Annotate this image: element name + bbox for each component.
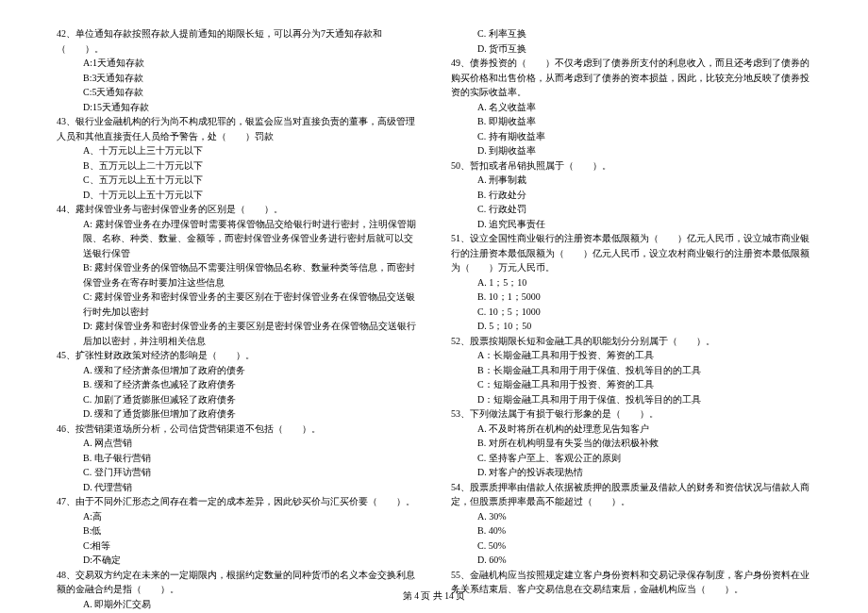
q45-opt-b: B. 缓和了经济萧条也减轻了政府债务: [57, 377, 417, 392]
q42-opt-a: A:1天通知存款: [57, 56, 417, 71]
q49-opt-d: D. 到期收益率: [451, 143, 811, 158]
left-column: 42、单位通知存款按照存款人提前通知的期限长短，可以再分为7天通知存款和（ ）。…: [57, 26, 417, 613]
q50-stem: 50、暂扣或者吊销执照属于（ ）。: [451, 158, 811, 174]
q46-stem: 46、按营销渠道场所分析，公司信贷营销渠道不包括（ ）。: [57, 422, 417, 437]
q53-stem: 53、下列做法属于有损于银行形象的是（ ）。: [451, 406, 811, 422]
q51-stem: 51、设立全国性商业银行的注册资本最低限额为（ ）亿元人民币，设立城市商业银行的…: [451, 231, 811, 275]
q52-opt-a: A：长期金融工具和用于投资、筹资的工具: [451, 348, 811, 363]
q47-opt-d: D:不确定: [57, 553, 417, 568]
q43-stem: 43、银行业金融机构的行为尚不构成犯罪的，银监会应当对直接负责的董事，高级管理人…: [57, 114, 417, 143]
q44-stem: 44、露封保管业务与密封保管业务的区别是（ ）。: [57, 202, 417, 217]
q54-opt-c: C. 50%: [451, 538, 811, 554]
q46-opt-a: A. 网点营销: [57, 436, 417, 451]
q49-opt-b: B. 即期收益率: [451, 114, 811, 129]
q50-opt-d: D. 追究民事责任: [451, 217, 811, 232]
q49-opt-a: A. 名义收益率: [451, 100, 811, 115]
q45-opt-d: D. 缓和了通货膨胀但增加了政府债务: [57, 406, 417, 422]
q50-opt-c: C. 行政处罚: [451, 202, 811, 217]
q51-opt-b: B. 10；1；5000: [451, 290, 811, 305]
q52-opt-d: D：短期金融工具和用于用于保值、投机等目的的工具: [451, 392, 811, 407]
q51-opt-d: D. 5；10；50: [451, 319, 811, 334]
q52-opt-c: C：短期金融工具和用于投资、筹资的工具: [451, 377, 811, 392]
q42-opt-d: D:15天通知存款: [57, 100, 417, 115]
q47-opt-b: B:低: [57, 523, 417, 538]
q53-opt-c: C. 坚持客户至上、客观公正的原则: [451, 451, 811, 466]
q45-opt-a: A. 缓和了经济萧条但增加了政府的债务: [57, 363, 417, 378]
q45-opt-c: C. 加剧了通货膨胀但减轻了政府债务: [57, 392, 417, 407]
q46-opt-c: C. 登门拜访营销: [57, 465, 417, 480]
right-column: C. 利率互换 D. 货币互换 49、债券投资的（ ）不仅考虑到了债券所支付的利…: [451, 26, 811, 613]
q54-stem: 54、股票质押率由借款人依据被质押的股票质量及借款人的财务和资信状况与借款人商定…: [451, 480, 811, 509]
q42-opt-c: C:5天通知存款: [57, 85, 417, 100]
q45-stem: 45、扩张性财政政策对经济的影响是（ ）。: [57, 348, 417, 363]
q43-opt-c: C、五万元以上五十万元以下: [57, 173, 417, 188]
q43-opt-a: A、十万元以上三十万元以下: [57, 143, 417, 158]
q49-opt-c: C. 持有期收益率: [451, 129, 811, 144]
q43-opt-b: B、五万元以上二十万元以下: [57, 158, 417, 174]
q42-stem: 42、单位通知存款按照存款人提前通知的期限长短，可以再分为7天通知存款和（ ）。: [57, 26, 417, 56]
page-footer: 第 4 页 共 14 页: [0, 589, 868, 604]
q44-opt-c: C: 露封保管业务和密封保管业务的主要区别在于密封保管业务在保管物品交送银行时先…: [57, 290, 417, 319]
q48-opt-c: C. 利率互换: [451, 26, 811, 41]
q53-opt-d: D. 对客户的投诉表现热情: [451, 465, 811, 480]
page-content: 42、单位通知存款按照存款人提前通知的期限长短，可以再分为7天通知存款和（ ）。…: [0, 0, 868, 613]
q46-opt-b: B. 电子银行营销: [57, 451, 417, 466]
q47-opt-c: C:相等: [57, 538, 417, 554]
q52-opt-b: B：长期金融工具和用于用于保值、投机等目的的工具: [451, 363, 811, 378]
q47-stem: 47、由于不同外汇形态之间存在着一定的成本差异，因此钞买价与汇买价要（ ）。: [57, 494, 417, 509]
q44-opt-b: B: 露封保管业务的保管物品不需要注明保管物品名称、数量种类等信息，而密封保管业…: [57, 260, 417, 290]
q54-opt-d: D. 60%: [451, 553, 811, 568]
q47-opt-a: A:高: [57, 509, 417, 524]
q50-opt-a: A. 刑事制裁: [451, 173, 811, 188]
q54-opt-a: A. 30%: [451, 509, 811, 524]
q51-opt-a: A. 1；5；10: [451, 275, 811, 290]
q46-opt-d: D. 代理营销: [57, 480, 417, 495]
q53-opt-a: A. 不及时将所在机构的处理意见告知客户: [451, 422, 811, 437]
q52-stem: 52、股票按期限长短和金融工具的职能划分分别属于（ ）。: [451, 334, 811, 349]
q43-opt-d: D、十万元以上五十万元以下: [57, 188, 417, 203]
q49-stem: 49、债券投资的（ ）不仅考虑到了债券所支付的利息收入，而且还考虑到了债券的购买…: [451, 56, 811, 100]
q44-opt-a: A: 露封保管业务在办理保管时需要将保管物品交给银行时进行密封，注明保管期限、名…: [57, 217, 417, 261]
q48-opt-d: D. 货币互换: [451, 41, 811, 57]
q50-opt-b: B. 行政处分: [451, 188, 811, 203]
q53-opt-b: B. 对所在机构明显有失妥当的做法积极补救: [451, 436, 811, 451]
q42-opt-b: B:3天通知存款: [57, 71, 417, 86]
q54-opt-b: B. 40%: [451, 523, 811, 538]
q51-opt-c: C. 10；5；1000: [451, 305, 811, 320]
q44-opt-d: D: 露封保管业务和密封保管业务的主要区别是密封保管业务在保管物品交送银行后加以…: [57, 319, 417, 348]
